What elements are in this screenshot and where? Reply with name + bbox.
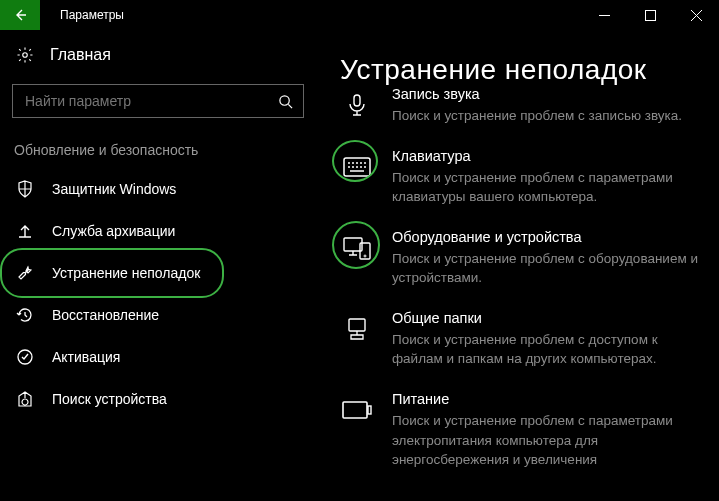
troubleshoot-item-shared-folders[interactable]: Общие папкиПоиск и устранение проблем с … [340, 310, 719, 369]
ts-title: Запись звука [392, 86, 701, 102]
gear-icon [16, 46, 34, 64]
wrench-icon [16, 264, 34, 282]
home-label: Главная [50, 46, 111, 64]
close-button[interactable] [673, 0, 719, 30]
sidebar-item-activation[interactable]: Активация [0, 336, 316, 378]
svg-rect-9 [349, 319, 365, 331]
minimize-icon [599, 10, 610, 21]
search-box[interactable] [12, 84, 304, 118]
network-drive-icon [344, 316, 370, 342]
search-icon [278, 94, 293, 109]
sidebar-item-defender[interactable]: Защитник Windows [0, 168, 316, 210]
sidebar-item-label: Поиск устройства [52, 391, 167, 407]
maximize-icon [645, 10, 656, 21]
sidebar-item-label: Восстановление [52, 307, 159, 323]
svg-rect-0 [645, 10, 655, 20]
maximize-button[interactable] [627, 0, 673, 30]
sidebar-item-troubleshoot[interactable]: Устранение неполадок [0, 252, 316, 294]
window-title: Параметры [40, 8, 581, 22]
home-button[interactable]: Главная [0, 36, 316, 74]
sidebar-item-backup[interactable]: Служба архивации [0, 210, 316, 252]
microphone-icon [344, 92, 370, 118]
svg-rect-6 [344, 238, 362, 251]
page-heading: Устранение неполадок [340, 54, 719, 86]
sidebar-item-label: Защитник Windows [52, 181, 176, 197]
upload-icon [16, 222, 34, 240]
category-header: Обновление и безопасность [0, 128, 316, 168]
svg-point-8 [364, 255, 366, 257]
sidebar-item-recovery[interactable]: Восстановление [0, 294, 316, 336]
minimize-button[interactable] [581, 0, 627, 30]
ts-desc: Поиск и устранение проблем с записью зву… [392, 106, 701, 126]
svg-rect-10 [343, 402, 367, 418]
svg-point-2 [280, 95, 289, 104]
history-icon [16, 306, 34, 324]
main-panel: Устранение неполадок Запись звукаПоиск и… [316, 30, 719, 501]
ts-desc: Поиск и устранение проблем с оборудовани… [392, 249, 701, 288]
close-icon [691, 10, 702, 21]
svg-rect-11 [368, 406, 371, 414]
window-controls [581, 0, 719, 30]
troubleshoot-item-audio-rec[interactable]: Запись звукаПоиск и устранение проблем с… [340, 86, 719, 126]
ts-title: Оборудование и устройства [392, 229, 701, 245]
ts-title: Общие папки [392, 310, 701, 326]
battery-icon [342, 401, 372, 419]
ts-title: Питание [392, 391, 701, 407]
keyboard-icon [343, 157, 371, 177]
titlebar: Параметры [0, 0, 719, 30]
check-circle-icon [16, 348, 34, 366]
arrow-left-icon [12, 7, 28, 23]
sidebar: Главная Обновление и безопасность Защитн… [0, 30, 316, 501]
shield-icon [16, 180, 34, 198]
sidebar-item-label: Служба архивации [52, 223, 175, 239]
ts-desc: Поиск и устранение проблем с параметрами… [392, 411, 701, 470]
find-device-icon [16, 390, 34, 408]
sidebar-item-label: Активация [52, 349, 120, 365]
search-input[interactable] [23, 92, 278, 110]
svg-point-1 [23, 53, 28, 58]
sidebar-item-label: Устранение неполадок [52, 265, 200, 281]
troubleshoot-item-keyboard[interactable]: КлавиатураПоиск и устранение проблем с п… [340, 148, 719, 207]
troubleshoot-item-hardware[interactable]: Оборудование и устройстваПоиск и устране… [340, 229, 719, 288]
ts-title: Клавиатура [392, 148, 701, 164]
svg-rect-4 [354, 95, 360, 106]
ts-desc: Поиск и устранение проблем с параметрами… [392, 168, 701, 207]
sidebar-item-find-device[interactable]: Поиск устройства [0, 378, 316, 420]
devices-icon [343, 235, 371, 261]
troubleshoot-item-power[interactable]: ПитаниеПоиск и устранение проблем с пара… [340, 391, 719, 470]
ts-desc: Поиск и устранение проблем с доступом к … [392, 330, 701, 369]
back-button[interactable] [0, 0, 40, 30]
